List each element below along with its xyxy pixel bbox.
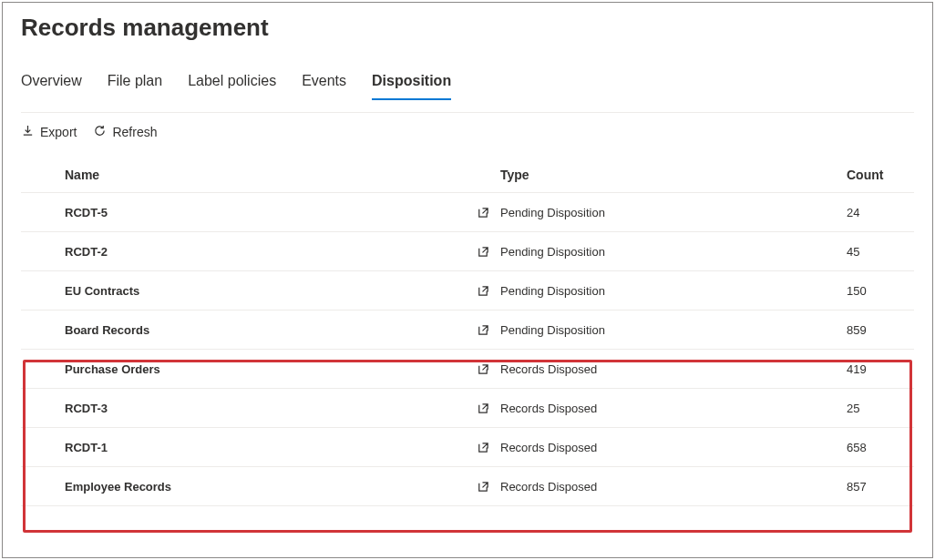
disposition-table: Name Type Count RCDT-5Pending Dispositio… xyxy=(21,157,914,506)
open-in-new-icon[interactable] xyxy=(464,206,500,219)
cell-name: RCDT-1 xyxy=(26,441,464,454)
cell-count: 45 xyxy=(737,245,909,259)
cell-count: 857 xyxy=(737,480,909,494)
cell-count: 658 xyxy=(737,441,909,454)
cell-name: RCDT-2 xyxy=(26,245,464,259)
toolbar: Export Refresh xyxy=(21,122,914,142)
cell-count: 150 xyxy=(737,284,909,298)
cell-name: Board Records xyxy=(26,323,464,337)
cell-type: Records Disposed xyxy=(500,362,737,376)
table-row[interactable]: Employee RecordsRecords Disposed857 xyxy=(21,467,914,506)
column-header-type[interactable]: Type xyxy=(500,168,737,182)
export-label: Export xyxy=(40,125,77,139)
cell-type: Pending Disposition xyxy=(500,206,737,219)
divider xyxy=(21,112,914,113)
open-in-new-icon[interactable] xyxy=(464,284,500,298)
tab-file-plan[interactable]: File plan xyxy=(108,67,162,100)
tab-overview[interactable]: Overview xyxy=(21,67,82,100)
table-row[interactable]: Board RecordsPending Disposition859 xyxy=(21,311,914,350)
cell-type: Pending Disposition xyxy=(500,245,737,259)
export-button[interactable]: Export xyxy=(21,122,77,142)
table-row[interactable]: EU ContractsPending Disposition150 xyxy=(21,271,914,311)
refresh-icon xyxy=(93,124,107,140)
page-title: Records management xyxy=(21,14,914,42)
cell-count: 25 xyxy=(737,402,909,415)
open-in-new-icon[interactable] xyxy=(464,441,500,454)
column-header-count[interactable]: Count xyxy=(737,168,909,182)
open-in-new-icon[interactable] xyxy=(464,480,500,494)
cell-type: Records Disposed xyxy=(500,480,737,494)
table-row[interactable]: Purchase OrdersRecords Disposed419 xyxy=(21,350,914,389)
column-header-name[interactable]: Name xyxy=(26,168,464,182)
cell-name: RCDT-3 xyxy=(26,402,464,415)
download-icon xyxy=(21,124,35,140)
cell-name: Employee Records xyxy=(26,480,464,494)
app-frame: Records management OverviewFile planLabe… xyxy=(2,2,933,558)
table-row[interactable]: RCDT-1Records Disposed658 xyxy=(21,428,914,467)
cell-type: Records Disposed xyxy=(500,441,737,454)
cell-count: 419 xyxy=(737,362,909,376)
tab-label-policies[interactable]: Label policies xyxy=(188,67,276,100)
cell-count: 24 xyxy=(737,206,909,219)
cell-type: Records Disposed xyxy=(500,402,737,415)
tabs-bar: OverviewFile planLabel policiesEventsDis… xyxy=(21,67,914,101)
open-in-new-icon[interactable] xyxy=(464,323,500,337)
tab-events[interactable]: Events xyxy=(302,67,346,100)
open-in-new-icon[interactable] xyxy=(464,245,500,259)
cell-name: EU Contracts xyxy=(26,284,464,298)
table-header-row: Name Type Count xyxy=(21,157,914,193)
cell-count: 859 xyxy=(737,323,909,337)
table-row[interactable]: RCDT-2Pending Disposition45 xyxy=(21,232,914,271)
cell-type: Pending Disposition xyxy=(500,323,737,337)
cell-name: RCDT-5 xyxy=(26,206,464,219)
table-row[interactable]: RCDT-5Pending Disposition24 xyxy=(21,193,914,232)
refresh-button[interactable]: Refresh xyxy=(93,122,157,142)
table-row[interactable]: RCDT-3Records Disposed25 xyxy=(21,389,914,428)
open-in-new-icon[interactable] xyxy=(464,362,500,376)
cell-type: Pending Disposition xyxy=(500,284,737,298)
tab-disposition[interactable]: Disposition xyxy=(372,67,451,100)
cell-name: Purchase Orders xyxy=(26,362,464,376)
refresh-label: Refresh xyxy=(112,125,157,139)
open-in-new-icon[interactable] xyxy=(464,402,500,415)
